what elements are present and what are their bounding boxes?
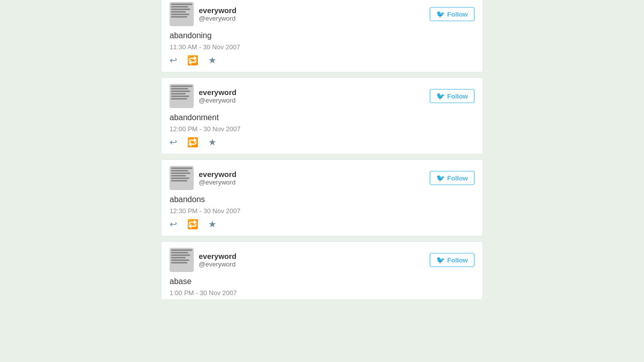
avatar-line [171, 257, 186, 258]
avatar-line [171, 254, 190, 256]
user-name-2: everyword [199, 170, 236, 178]
avatar-line [171, 93, 186, 95]
avatar-line [171, 249, 192, 251]
tweet-header-2: everyword @everyword 🐦 Follow [170, 166, 474, 190]
tweet-card-3: everyword @everyword 🐦 Follow abase 1:00… [161, 241, 483, 299]
follow-button-1[interactable]: 🐦 Follow [430, 89, 474, 103]
follow-button-2[interactable]: 🐦 Follow [430, 171, 474, 185]
reply-icon[interactable]: ↩ [170, 55, 177, 66]
avatar [170, 2, 194, 26]
user-info-2: everyword @everyword [199, 170, 236, 186]
avatar-3 [170, 248, 194, 272]
tweet-time: 11:30 AM - 30 Nov 2007 [170, 43, 474, 51]
tweet-card-1: everyword @everyword 🐦 Follow abandonmen… [161, 77, 483, 154]
user-handle: @everyword [199, 15, 236, 22]
avatar-2 [170, 166, 194, 190]
user-name-1: everyword [199, 88, 236, 97]
avatar-line [171, 90, 190, 92]
follow-button-3[interactable]: 🐦 Follow [430, 253, 474, 267]
avatar-line [171, 88, 188, 89]
user-handle-1: @everyword [199, 97, 236, 104]
avatar-1 [170, 84, 194, 108]
tweet-time-2: 12:30 PM - 30 Nov 2007 [170, 207, 474, 215]
tweet-text-2: abandons [170, 195, 474, 204]
tweet-text: abandoning [170, 31, 474, 40]
tweet-card-2: everyword @everyword 🐦 Follow abandons 1… [161, 159, 483, 236]
tweet-text-3: abase [170, 277, 474, 286]
user-name-3: everyword [199, 252, 236, 260]
tweet-user-2: everyword @everyword [170, 166, 236, 190]
avatar-line [171, 252, 188, 253]
tweet-time-3: 1:00 PM - 30 Nov 2007 [170, 289, 474, 297]
tweet-feed: everyword @everyword 🐦 Follow abandoning… [161, 0, 483, 304]
favorite-icon-1[interactable]: ★ [208, 137, 216, 148]
avatar-line [171, 16, 187, 18]
tweet-card-partial: everyword @everyword 🐦 Follow abandoning… [161, 0, 483, 72]
avatar-line [171, 175, 186, 176]
tweet-actions: ↩ 🔁 ★ [170, 55, 474, 66]
avatar-line [171, 9, 190, 10]
tweet-actions-1: ↩ 🔁 ★ [170, 137, 474, 148]
follow-label-2: Follow [447, 174, 468, 182]
tweet-header-3: everyword @everyword 🐦 Follow [170, 248, 474, 272]
avatar-line [171, 177, 189, 179]
favorite-icon-2[interactable]: ★ [208, 219, 216, 230]
tweet-user-3: everyword @everyword [170, 248, 236, 272]
follow-label: Follow [447, 11, 468, 18]
user-info: everyword @everyword [199, 6, 236, 22]
user-handle-3: @everyword [199, 260, 236, 268]
avatar-line [171, 14, 189, 15]
avatar-line [171, 172, 190, 174]
follow-label-1: Follow [447, 93, 468, 100]
avatar-line [171, 167, 192, 169]
favorite-icon[interactable]: ★ [208, 55, 216, 66]
twitter-bird-icon-1: 🐦 [436, 92, 445, 100]
avatar-line [171, 96, 189, 97]
reply-icon-1[interactable]: ↩ [170, 137, 177, 148]
tweet-actions-2: ↩ 🔁 ★ [170, 219, 474, 230]
twitter-bird-icon-3: 🐦 [436, 256, 445, 264]
user-info-3: everyword @everyword [199, 252, 236, 268]
reply-icon-2[interactable]: ↩ [170, 219, 177, 230]
follow-label-3: Follow [447, 256, 468, 264]
tweet-time-1: 12:00 PM - 30 Nov 2007 [170, 125, 474, 133]
user-handle-2: @everyword [199, 178, 236, 186]
follow-button-partial[interactable]: 🐦 Follow [430, 7, 474, 21]
tweet-text-1: abandonment [170, 113, 474, 122]
avatar-line [171, 262, 187, 263]
page-container: everyword @everyword 🐦 Follow abandoning… [0, 0, 644, 304]
avatar-line [171, 98, 187, 100]
avatar-line [171, 170, 188, 171]
tweet-header-1: everyword @everyword 🐦 Follow [170, 84, 474, 108]
avatar-line [171, 85, 192, 87]
avatar-line [171, 6, 188, 8]
avatar-line [171, 11, 186, 13]
avatar-line [171, 4, 192, 5]
retweet-icon[interactable]: 🔁 [187, 55, 198, 66]
retweet-icon-2[interactable]: 🔁 [187, 219, 198, 230]
user-name: everyword [199, 6, 236, 15]
retweet-icon-1[interactable]: 🔁 [187, 137, 198, 148]
twitter-bird-icon: 🐦 [436, 10, 445, 18]
user-info-1: everyword @everyword [199, 88, 236, 104]
tweet-user: everyword @everyword [170, 2, 236, 26]
tweet-user-1: everyword @everyword [170, 84, 236, 108]
avatar-line [171, 180, 187, 182]
avatar-line [171, 259, 189, 261]
twitter-bird-icon-2: 🐦 [436, 174, 445, 182]
tweet-header: everyword @everyword 🐦 Follow [170, 2, 474, 26]
